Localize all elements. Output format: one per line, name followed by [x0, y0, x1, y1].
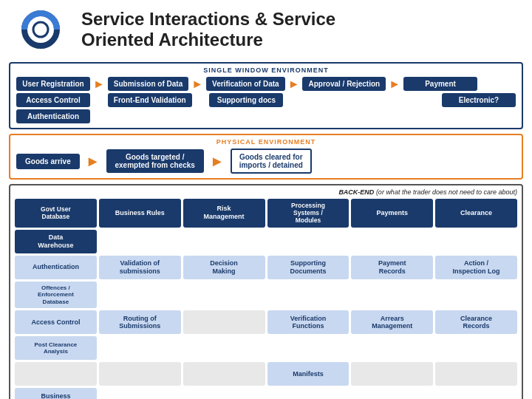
bg-cell-business-rules: Business Rules — [99, 199, 181, 228]
bg-cell-processing: Processing Systems / Modules — [267, 199, 349, 228]
swe-row-1: User Registration ► Submission of Data ►… — [16, 77, 516, 91]
swe-rows: User Registration ► Submission of Data ►… — [16, 77, 516, 123]
bg-authentication: Authentication — [15, 256, 97, 279]
bg-offences: Offences / Enforcement Database — [15, 282, 97, 309]
bg-cell-clearance: Clearance — [435, 199, 517, 228]
bg-routing: Routing of Submissions — [99, 310, 181, 334]
swe-submission: Submission of Data — [108, 77, 188, 91]
bg-payment-records: Payment Records — [351, 256, 433, 279]
pe-title: PHYSICAL ENVIRONMENT — [16, 138, 516, 146]
arrow-icon: ► — [288, 78, 300, 91]
bg-access-control: Access Control — [15, 310, 97, 334]
bg-empty-4c — [183, 362, 265, 386]
backend-row-2: Authentication Validation of submissions… — [15, 256, 517, 309]
swe-row-3: Authentication — [16, 109, 516, 123]
bg-cell-risk: Risk Management — [183, 199, 265, 228]
main-content: SINGLE WINDOW ENVIRONMENT User Registrat… — [0, 59, 532, 399]
backend-row-1: Govt User Database Business Rules Risk M… — [15, 199, 517, 253]
swe-payment: Payment — [403, 77, 477, 91]
arrow-icon: ► — [191, 78, 203, 91]
bg-empty-4b — [99, 362, 181, 386]
arrow-icon: ► — [93, 78, 105, 91]
svg-point-1 — [33, 22, 48, 37]
bg-cell-payments: Payments — [351, 199, 433, 228]
swe-electronic: Electronic? — [442, 93, 516, 107]
pe-goods-cleared: Goods cleared for imports / detained — [231, 149, 312, 174]
bg-decision: Decision Making — [183, 256, 265, 279]
swe-approval: Approval / Rejection — [302, 77, 386, 91]
backend-row-3: Access Control Routing of Submissions Ve… — [15, 310, 517, 360]
swe-frontend: Front-End Validation — [108, 93, 192, 107]
pe-arrow-icon: ► — [210, 153, 225, 170]
pe-goods-targeted: Goods targeted / exempted from checks — [106, 149, 204, 173]
bg-cell-data-warehouse: Data Warehouse — [15, 230, 97, 253]
bg-empty-4a — [15, 362, 97, 386]
swe-supporting-docs: Supporting docs — [209, 93, 283, 107]
pe-row: Goods arrive ► Goods targeted / exempted… — [16, 149, 516, 174]
pe-section: PHYSICAL ENVIRONMENT Goods arrive ► Good… — [9, 134, 523, 180]
bg-cell-govt: Govt User Database — [15, 199, 97, 228]
swe-title: SINGLE WINDOW ENVIRONMENT — [16, 66, 516, 74]
bg-supporting-docs: Supporting Documents — [267, 256, 349, 279]
backend-rows: Govt User Database Business Rules Risk M… — [15, 199, 517, 399]
swe-section: SINGLE WINDOW ENVIRONMENT User Registrat… — [9, 62, 523, 129]
bg-business-intelligence: Business Intelligence — [15, 388, 97, 399]
bg-clearance-records: Clearance Records — [435, 310, 517, 334]
backend-section: BACK-END (or what the trader does not ne… — [9, 184, 523, 399]
swe-authentication: Authentication — [16, 109, 90, 123]
bg-empty-3 — [183, 310, 265, 334]
bg-verification: Verification Functions — [267, 310, 349, 334]
logo — [15, 7, 66, 52]
swe-access-control: Access Control — [16, 93, 90, 107]
swe-row-2: Access Control ► Front-End Validation ► … — [16, 93, 516, 107]
bg-post-clearance: Post Clearance Analysis — [15, 336, 97, 360]
pe-goods-arrive: Goods arrive — [16, 154, 80, 169]
bg-validation: Validation of submissions — [99, 256, 181, 279]
bg-empty-4e — [351, 362, 433, 386]
bg-empty-4f — [435, 362, 517, 386]
bg-arrears: Arrears Management — [351, 310, 433, 334]
pe-arrow-icon: ► — [86, 153, 100, 170]
swe-verification: Verification of Data — [206, 77, 285, 91]
page: Service Interactions & Service Oriented … — [0, 0, 532, 399]
arrow-icon: ► — [389, 78, 400, 91]
header: Service Interactions & Service Oriented … — [0, 0, 532, 59]
bg-manifests: Manifests — [267, 362, 349, 386]
page-title: Service Interactions & Service Oriented … — [81, 9, 335, 50]
backend-title: BACK-END (or what the trader does not ne… — [15, 188, 517, 196]
backend-row-4: Manifests Business Intelligence — [15, 362, 517, 399]
bg-action-log: Action / Inspection Log — [435, 256, 517, 279]
swe-user-registration: User Registration — [16, 77, 90, 91]
